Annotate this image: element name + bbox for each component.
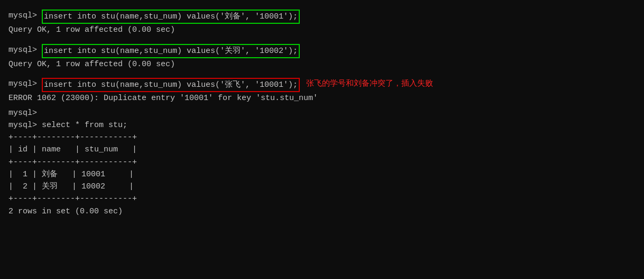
insert-block-2: mysql> insert into stu(name,stu_num) val…	[8, 44, 636, 71]
table-border-top: +----+--------+-----------+	[8, 131, 636, 143]
insert-line-1: mysql> insert into stu(name,stu_num) val…	[8, 10, 636, 24]
prompt-3: mysql>	[8, 78, 42, 90]
select-prompt: mysql>	[8, 119, 42, 131]
table-border-header: +----+--------+-----------+	[8, 156, 636, 168]
table-row-1: | 1 | 刘备 | 10001 |	[8, 168, 636, 181]
select-sql: select * from stu;	[42, 119, 127, 131]
insert-block-3: mysql> insert into stu(name,stu_num) val…	[8, 78, 636, 105]
table-row-2: | 2 | 关羽 | 10002 |	[8, 181, 636, 193]
terminal: mysql> insert into stu(name,stu_num) val…	[8, 10, 636, 218]
table-output: +----+--------+-----------+ | id | name …	[8, 131, 636, 205]
sql-statement-3: insert into stu(name,stu_num) values('张飞…	[42, 78, 300, 92]
insert-line-3: mysql> insert into stu(name,stu_num) val…	[8, 78, 636, 92]
sql-statement-1: insert into stu(name,stu_num) values('刘备…	[42, 10, 300, 24]
error-annotation: 张飞的学号和刘备冲突了，插入失败	[306, 78, 433, 90]
insert-line-2: mysql> insert into stu(name,stu_num) val…	[8, 44, 636, 58]
table-border-bottom: +----+--------+-----------+	[8, 193, 636, 205]
prompt-1: mysql>	[8, 10, 42, 22]
result-2: Query OK, 1 row affected (0.00 sec)	[8, 58, 636, 70]
insert-block-1: mysql> insert into stu(name,stu_num) val…	[8, 10, 636, 37]
row-count: 2 rows in set (0.00 sec)	[8, 205, 636, 218]
table-header: | id | name | stu_num |	[8, 143, 636, 156]
error-message: ERROR 1062 (23000): Duplicate entry '100…	[8, 92, 636, 104]
result-1: Query OK, 1 row affected (0.00 sec)	[8, 24, 636, 36]
prompt-2: mysql>	[8, 44, 42, 56]
sql-statement-2: insert into stu(name,stu_num) values('关羽…	[42, 44, 300, 58]
empty-prompt: mysql>	[8, 107, 636, 119]
select-line: mysql> select * from stu;	[8, 119, 636, 131]
